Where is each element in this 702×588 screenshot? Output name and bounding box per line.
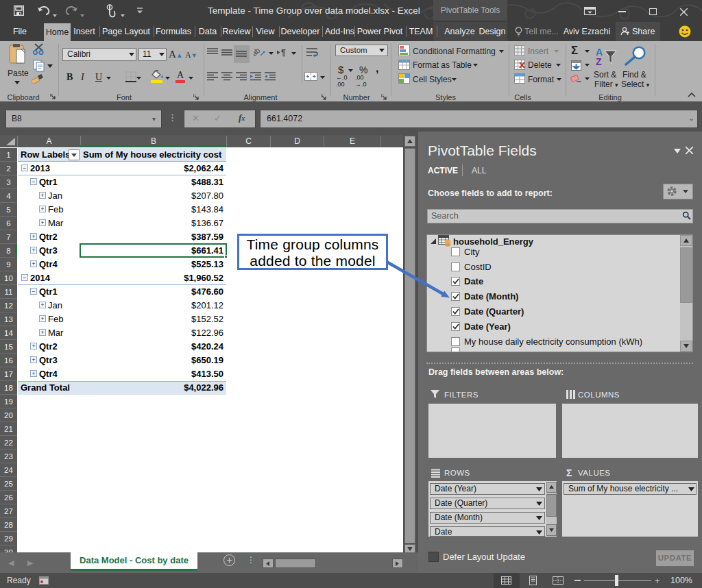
- svg-text:ab: ab: [254, 47, 262, 58]
- svg-text:¶: ¶: [281, 48, 286, 57]
- svg-text:Z: Z: [596, 56, 602, 67]
